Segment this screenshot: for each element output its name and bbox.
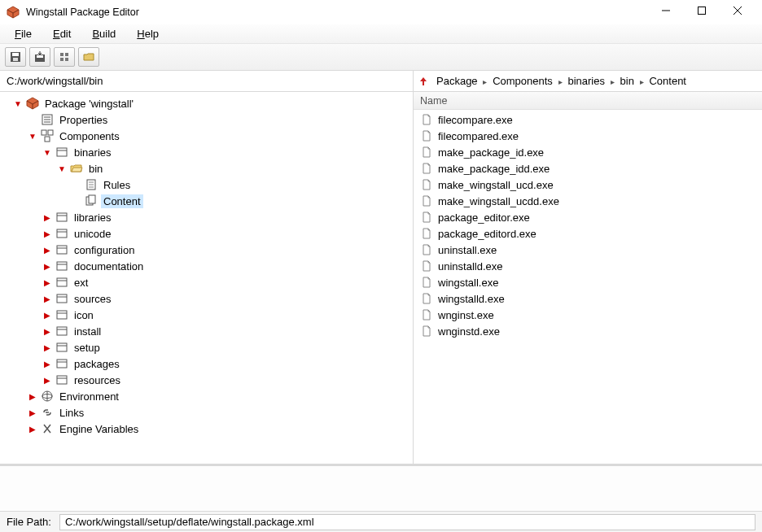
- breadcrumb-item[interactable]: Components: [493, 75, 553, 87]
- tree-node-label[interactable]: icon: [72, 308, 96, 322]
- tree-node-label[interactable]: binaries: [72, 146, 114, 159]
- tree-pane[interactable]: ▼Package 'wingstall'▶Properties▼Componen…: [0, 92, 414, 464]
- tree-node-label[interactable]: documentation: [72, 259, 146, 273]
- file-row[interactable]: filecompare.exe: [414, 111, 762, 128]
- tree-node[interactable]: ▶configuration: [3, 242, 413, 258]
- breadcrumb-item[interactable]: Content: [649, 75, 686, 87]
- chevron-right-icon[interactable]: ▶: [42, 343, 52, 352]
- tree-node-label[interactable]: Rules: [101, 178, 133, 192]
- tree-node[interactable]: ▶setup: [3, 339, 413, 355]
- file-row[interactable]: wnginstd.exe: [414, 323, 762, 339]
- menu-help[interactable]: Help: [129, 26, 167, 41]
- env-icon: [41, 390, 54, 403]
- tree-node[interactable]: ▼bin: [3, 160, 413, 177]
- close-button[interactable]: [720, 0, 755, 23]
- tree-node-label[interactable]: Components: [57, 129, 122, 143]
- breadcrumb-item[interactable]: bin: [620, 75, 634, 87]
- file-row[interactable]: uninstalld.exe: [414, 258, 762, 274]
- tree-node[interactable]: ▶documentation: [3, 258, 413, 274]
- tree-node-label[interactable]: Properties: [57, 113, 110, 127]
- chevron-right-icon[interactable]: ▶: [42, 294, 52, 303]
- chevron-right-icon[interactable]: ▶: [28, 392, 37, 401]
- maximize-button[interactable]: [684, 0, 720, 23]
- file-list[interactable]: filecompare.exefilecompared.exemake_pack…: [414, 110, 762, 464]
- tree-node-label[interactable]: Environment: [57, 390, 121, 403]
- tree-node-label[interactable]: Engine Variables: [57, 422, 141, 436]
- tree-node-label[interactable]: bin: [86, 162, 105, 176]
- tree-node-label[interactable]: ext: [72, 276, 90, 290]
- file-row[interactable]: wingstall.exe: [414, 274, 762, 290]
- chevron-right-icon[interactable]: ▶: [42, 311, 52, 320]
- breadcrumb-item[interactable]: Package: [436, 75, 478, 87]
- tree-node[interactable]: ▶libraries: [3, 209, 413, 225]
- chevron-down-icon[interactable]: ▼: [57, 164, 67, 173]
- tree-node-label[interactable]: Content: [101, 194, 143, 208]
- list-header[interactable]: Name: [414, 92, 762, 110]
- tree-node[interactable]: ▶ext: [3, 274, 413, 290]
- chevron-down-icon[interactable]: ▼: [28, 132, 37, 141]
- tree-node[interactable]: ▶resources: [3, 372, 413, 388]
- toolbar-save-button[interactable]: [5, 47, 26, 67]
- tree-node-label[interactable]: resources: [72, 373, 123, 387]
- chevron-down-icon[interactable]: ▼: [42, 148, 52, 157]
- menu-file[interactable]: File: [7, 26, 40, 41]
- file-row[interactable]: make_wingstall_ucd.exe: [414, 177, 762, 193]
- file-row[interactable]: make_wingstall_ucdd.exe: [414, 193, 762, 209]
- chevron-right-icon[interactable]: ▶: [42, 327, 52, 336]
- tree-node-label[interactable]: sources: [72, 292, 114, 306]
- tree-node[interactable]: ▶sources: [3, 290, 413, 307]
- menu-edit[interactable]: Edit: [45, 26, 79, 41]
- tree-node[interactable]: ▶Content: [3, 193, 413, 209]
- file-row[interactable]: package_editord.exe: [414, 225, 762, 242]
- chevron-down-icon[interactable]: ▼: [13, 99, 23, 108]
- file-row[interactable]: make_package_id.exe: [414, 144, 762, 160]
- tree-node-label[interactable]: install: [72, 325, 103, 338]
- toolbar-build-button[interactable]: [54, 47, 75, 67]
- tree-node[interactable]: ▶Properties: [3, 111, 413, 128]
- tree-node[interactable]: ▶install: [3, 323, 413, 339]
- chevron-right-icon[interactable]: ▶: [28, 425, 37, 434]
- tree-node-label[interactable]: unicode: [72, 227, 114, 241]
- file-row[interactable]: uninstall.exe: [414, 242, 762, 258]
- chevron-right-icon[interactable]: ▶: [42, 376, 52, 385]
- tree-node[interactable]: ▶unicode: [3, 225, 413, 242]
- up-arrow-icon[interactable]: [418, 76, 428, 86]
- tree-node[interactable]: ▼Components: [3, 128, 413, 144]
- breadcrumb-item[interactable]: binaries: [567, 75, 605, 87]
- column-name-header[interactable]: Name: [420, 95, 447, 107]
- svg-rect-19: [45, 137, 50, 142]
- vars-icon: [41, 422, 54, 435]
- file-row[interactable]: package_editor.exe: [414, 209, 762, 225]
- chevron-right-icon[interactable]: ▶: [42, 229, 52, 238]
- tree-node[interactable]: ▶Environment: [3, 388, 413, 404]
- tree-node[interactable]: ▶Engine Variables: [3, 421, 413, 437]
- tree-node[interactable]: ▶packages: [3, 355, 413, 372]
- tree-node-label[interactable]: Links: [57, 406, 86, 420]
- tree-node-label[interactable]: libraries: [72, 211, 114, 225]
- chevron-right-icon[interactable]: ▶: [28, 408, 37, 417]
- component-icon: [41, 129, 54, 142]
- file-row[interactable]: wnginst.exe: [414, 307, 762, 323]
- chevron-right-icon[interactable]: ▶: [42, 262, 52, 271]
- tree-node-label[interactable]: configuration: [72, 243, 137, 257]
- menu-build[interactable]: Build: [84, 26, 124, 41]
- tree-node[interactable]: ▶Rules: [3, 177, 413, 193]
- tree-node[interactable]: ▼Package 'wingstall': [3, 95, 413, 111]
- file-row[interactable]: filecompared.exe: [414, 128, 762, 144]
- file-row[interactable]: wingstalld.exe: [414, 290, 762, 307]
- file-name: filecompared.exe: [438, 130, 519, 142]
- tree-node-label[interactable]: Package 'wingstall': [42, 97, 136, 111]
- tree-node-label[interactable]: packages: [72, 357, 122, 371]
- minimize-button[interactable]: [648, 0, 684, 23]
- chevron-right-icon[interactable]: ▶: [42, 213, 52, 222]
- tree-node[interactable]: ▶icon: [3, 307, 413, 323]
- chevron-right-icon[interactable]: ▶: [42, 278, 52, 287]
- file-row[interactable]: make_package_idd.exe: [414, 160, 762, 177]
- toolbar-saveas-button[interactable]: [29, 47, 50, 67]
- tree-node-label[interactable]: setup: [72, 341, 103, 355]
- chevron-right-icon[interactable]: ▶: [42, 360, 52, 368]
- toolbar-open-button[interactable]: [78, 47, 99, 67]
- chevron-right-icon[interactable]: ▶: [42, 246, 52, 255]
- tree-node[interactable]: ▼binaries: [3, 144, 413, 160]
- tree-node[interactable]: ▶Links: [3, 404, 413, 421]
